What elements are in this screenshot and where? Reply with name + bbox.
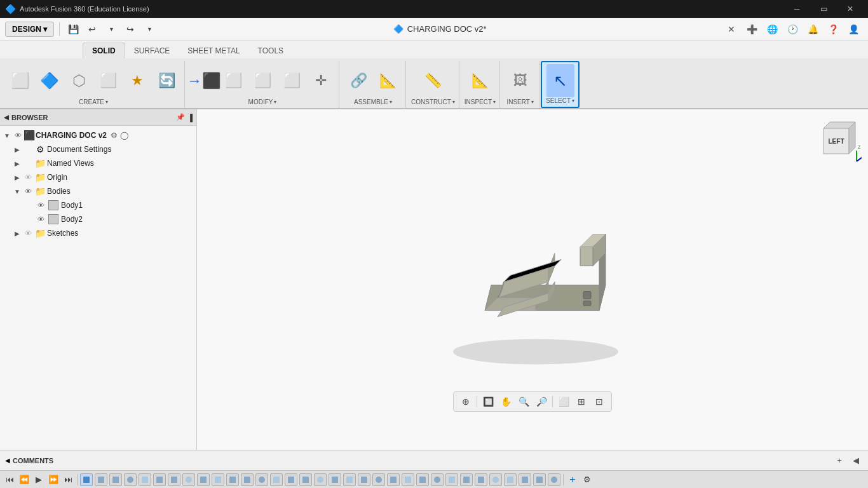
- redo-dropdown[interactable]: ▼: [141, 21, 158, 37]
- timeline-item-4[interactable]: [124, 473, 137, 486]
- viewcube[interactable]: LEFT Z: [811, 116, 862, 166]
- close-tab-button[interactable]: ✕: [722, 20, 741, 39]
- tree-item-body1[interactable]: 👁 Body1: [0, 198, 196, 212]
- grid-button[interactable]: ⊞: [573, 393, 590, 410]
- timeline-item-18[interactable]: [329, 473, 341, 486]
- browser-collapse-right[interactable]: ▐: [187, 114, 193, 121]
- tree-item-origin[interactable]: ▶ 👁 📁 Origin: [0, 170, 196, 184]
- loft-button[interactable]: ★: [123, 64, 151, 97]
- tab-tools[interactable]: TOOLS: [249, 43, 292, 58]
- zoom-in-button[interactable]: 🔍: [515, 393, 532, 410]
- create-new-component-button[interactable]: ⬜: [6, 64, 34, 97]
- orbit-button[interactable]: ⊕: [458, 393, 474, 410]
- undo-button[interactable]: ↩: [84, 21, 100, 37]
- tree-item-named-views[interactable]: ▶ 📁 Named Views: [0, 156, 196, 170]
- tab-solid[interactable]: SOLID: [83, 43, 125, 58]
- tree-eye-body1[interactable]: 👁: [36, 201, 46, 209]
- pan-button[interactable]: 🔲: [480, 393, 496, 410]
- tree-item-doc-settings[interactable]: ▶ ⚙ Document Settings: [0, 142, 196, 156]
- sweep-button[interactable]: ⬜: [94, 64, 122, 97]
- insert-canvas-button[interactable]: 🖼: [506, 64, 534, 97]
- coil-button[interactable]: 🔄: [153, 64, 180, 97]
- tree-ring-icon[interactable]: ◯: [120, 131, 128, 140]
- timeline-item-1[interactable]: [80, 473, 93, 486]
- timeline-item-16[interactable]: [299, 473, 312, 486]
- timeline-item-6[interactable]: [153, 473, 166, 486]
- timeline-item-22[interactable]: [387, 473, 400, 486]
- tree-item-body2[interactable]: 👁 Body2: [0, 212, 196, 226]
- undo-dropdown[interactable]: ▼: [103, 21, 119, 37]
- press-pull-button[interactable]: →⬛: [190, 64, 218, 97]
- joint-button[interactable]: 🔗: [344, 64, 372, 97]
- browser-pin-icon[interactable]: 📌: [176, 113, 185, 121]
- timeline-item-32[interactable]: [533, 473, 546, 486]
- timeline-item-26[interactable]: [445, 473, 458, 486]
- timeline-item-3[interactable]: [109, 473, 122, 486]
- timeline-item-28[interactable]: [475, 473, 487, 486]
- timeline-end-button[interactable]: ⏭: [61, 473, 75, 487]
- close-button[interactable]: ✕: [837, 0, 863, 18]
- help-button[interactable]: ❓: [824, 20, 843, 39]
- tree-eye-bodies[interactable]: 👁: [23, 187, 33, 195]
- timeline-item-11[interactable]: [226, 473, 239, 486]
- timeline-item-25[interactable]: [431, 473, 444, 486]
- timeline-item-29[interactable]: [489, 473, 502, 486]
- timeline-item-30[interactable]: [504, 473, 517, 486]
- timeline-item-14[interactable]: [270, 473, 283, 486]
- shell-button[interactable]: ⬜: [278, 64, 306, 97]
- web-button[interactable]: 🌐: [763, 20, 782, 39]
- tree-eye-body2[interactable]: 👁: [36, 215, 46, 223]
- display-button[interactable]: ⬜: [555, 393, 572, 410]
- tree-item-bodies[interactable]: ▼ 👁 📁 Bodies: [0, 184, 196, 198]
- timeline-item-33[interactable]: [548, 473, 560, 486]
- save-button[interactable]: 💾: [65, 21, 81, 37]
- timeline-item-15[interactable]: [285, 473, 297, 486]
- add-tab-button[interactable]: ➕: [742, 20, 761, 39]
- viewport[interactable]: LEFT Z: [197, 109, 868, 450]
- maximize-button[interactable]: ▭: [811, 0, 836, 18]
- comments-collapse-icon[interactable]: ◀: [5, 457, 10, 464]
- revolve-button[interactable]: ⬡: [65, 64, 93, 97]
- account-button[interactable]: 👤: [844, 20, 863, 39]
- notification-button[interactable]: 🔔: [803, 20, 822, 39]
- timeline-item-27[interactable]: [460, 473, 473, 486]
- zoom-fit-button[interactable]: 🔎: [533, 393, 550, 410]
- timeline-item-10[interactable]: [212, 473, 224, 486]
- timeline-item-23[interactable]: [402, 473, 414, 486]
- tree-item-sketches[interactable]: ▶ 👁 📁 Sketches: [0, 226, 196, 240]
- minimize-button[interactable]: ─: [784, 0, 810, 18]
- chamfer-button[interactable]: ⬜: [248, 64, 276, 97]
- timeline-item-2[interactable]: [95, 473, 107, 486]
- timeline-item-13[interactable]: [255, 473, 268, 486]
- timeline-next-button[interactable]: ⏩: [46, 473, 60, 487]
- timeline-item-21[interactable]: [372, 473, 385, 486]
- timeline-item-12[interactable]: [241, 473, 254, 486]
- measure-button[interactable]: 📐: [466, 64, 494, 97]
- tab-surface[interactable]: SURFACE: [125, 43, 179, 58]
- timeline-play-button[interactable]: ▶: [32, 473, 46, 487]
- timeline-item-9[interactable]: [197, 473, 210, 486]
- comments-add-button[interactable]: +: [832, 454, 846, 468]
- timeline-prev-button[interactable]: ⏪: [17, 473, 31, 487]
- tab-sheet-metal[interactable]: SHEET METAL: [179, 43, 248, 58]
- tree-item-root[interactable]: ▼ 👁 ⬛ CHARGING DOC v2 ⚙ ◯: [0, 128, 196, 142]
- timeline-start-button[interactable]: ⏮: [3, 473, 17, 487]
- offset-plane-button[interactable]: 📏: [419, 64, 447, 97]
- redo-button[interactable]: ↪: [122, 21, 139, 37]
- tree-eye-root[interactable]: 👁: [13, 132, 23, 139]
- design-dropdown[interactable]: DESIGN ▾: [5, 22, 54, 37]
- comments-collapse-right[interactable]: ◀: [849, 454, 863, 468]
- timeline-item-31[interactable]: [519, 473, 531, 486]
- timeline-item-24[interactable]: [416, 473, 429, 486]
- timeline-item-5[interactable]: [139, 473, 151, 486]
- timeline-item-20[interactable]: [358, 473, 370, 486]
- timeline-item-7[interactable]: [168, 473, 180, 486]
- tree-settings-icon[interactable]: ⚙: [111, 131, 118, 140]
- timeline-item-8[interactable]: [182, 473, 195, 486]
- extrude-button[interactable]: 🔷: [36, 64, 64, 97]
- fillet-button[interactable]: ⬜: [219, 64, 247, 97]
- move-button[interactable]: ✛: [307, 64, 335, 97]
- timeline-add-button[interactable]: +: [566, 473, 580, 487]
- timeline-item-19[interactable]: [343, 473, 356, 486]
- grid-snap-button[interactable]: ⊡: [591, 393, 607, 410]
